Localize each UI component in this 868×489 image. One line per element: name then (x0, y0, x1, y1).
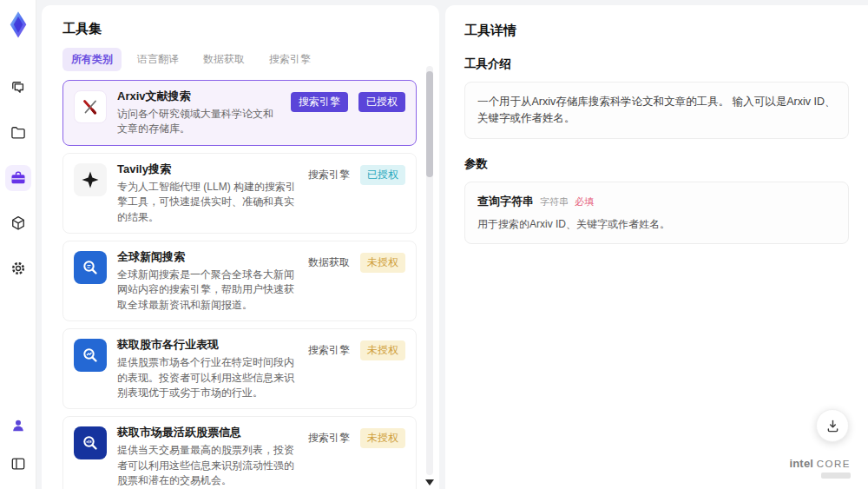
intel-core-logo: intel CORE (789, 457, 851, 479)
active-stocks-icon (74, 426, 107, 459)
tool-card[interactable]: 全球新闻搜索 全球新闻搜索是一个聚合全球各大新闻网站内容的搜索引擎，帮助用户快速… (62, 241, 417, 321)
tavily-icon (74, 163, 107, 196)
tool-badges: 搜索引擎 已授权 (308, 162, 405, 185)
download-icon (825, 418, 841, 434)
tool-card[interactable]: Arxiv文献搜索 访问各个研究领域大量科学论文和文章的存储库。 搜索引擎 已授… (62, 80, 417, 146)
tool-auth-badge: 已授权 (360, 165, 405, 185)
sidebar-nav (5, 75, 31, 281)
tool-list-panel: 工具集 所有类别语言翻译数据获取搜索引擎 Arxiv文献搜索 访问各个研究领域大… (42, 5, 439, 489)
tool-description: 全球新闻搜索是一个聚合全球各大新闻网站内容的搜索引擎，帮助用户快速获取全球最新资… (117, 268, 298, 313)
tool-main: 获取股市各行业表现 提供股票市场各个行业在特定时间段内的表现。投资者可以利用这些… (117, 337, 298, 400)
intel-core-badge (821, 472, 851, 479)
sidebar (0, 0, 36, 489)
category-tabs: 所有类别语言翻译数据获取搜索引擎 (62, 48, 417, 71)
user-icon[interactable] (5, 413, 31, 439)
tool-category-badge: 搜索引擎 (308, 168, 350, 182)
tool-main: 获取市场最活跃股票信息 提供当天交易量最高的股票列表，投资者可以利用这些信息来识… (117, 425, 298, 488)
folder-icon[interactable] (5, 120, 31, 146)
intel-core-text: intel CORE (789, 457, 851, 470)
tool-auth-badge: 未授权 (360, 253, 405, 273)
tool-category-badge: 搜索引擎 (308, 431, 350, 446)
app-window: 工具集 所有类别语言翻译数据获取搜索引擎 Arxiv文献搜索 访问各个研究领域大… (0, 0, 868, 489)
sidebar-bottom (5, 413, 31, 477)
chat-icon[interactable] (5, 75, 31, 101)
param-description: 用于搜索的Arxiv ID、关键字或作者姓名。 (477, 217, 836, 232)
tool-main: Tavily搜索 专为人工智能代理 (LLM) 构建的搜索引擎工具，可快速提供实… (117, 162, 298, 225)
category-tab[interactable]: 搜索引擎 (260, 48, 319, 71)
category-tab[interactable]: 数据获取 (194, 48, 253, 71)
tool-name: 获取股市各行业表现 (117, 337, 298, 352)
tool-description: 提供股票市场各个行业在特定时间段内的表现。投资者可以利用这些信息来识别表现优于或… (117, 355, 298, 400)
news-search-icon (74, 251, 107, 284)
tool-main: 全球新闻搜索 全球新闻搜索是一个聚合全球各大新闻网站内容的搜索引擎，帮助用户快速… (117, 249, 298, 313)
stock-sector-icon (74, 339, 107, 372)
tool-auth-badge: 未授权 (360, 428, 405, 448)
arxiv-icon (74, 90, 107, 123)
cube-icon[interactable] (5, 210, 31, 236)
panel-toggle-icon[interactable] (5, 451, 31, 477)
scrollbar-track[interactable] (426, 66, 433, 475)
gear-icon[interactable] (5, 255, 31, 281)
tool-name: Arxiv文献搜索 (117, 89, 280, 103)
tool-badges: 数据获取 未授权 (308, 249, 405, 273)
tool-description: 提供当天交易量最高的股票列表，投资者可以利用这些信息来识别流动性强的股票和潜在的… (117, 443, 298, 488)
intro-heading: 工具介绍 (464, 56, 849, 72)
tool-card[interactable]: 获取市场最活跃股票信息 提供当天交易量最高的股票列表，投资者可以利用这些信息来识… (62, 416, 417, 489)
category-tab[interactable]: 所有类别 (62, 48, 122, 71)
category-tab[interactable]: 语言翻译 (128, 48, 187, 71)
tool-detail-panel: 工具详情 工具介绍 一个用于从Arxiv存储库搜索科学论文和文章的工具。 输入可… (445, 5, 868, 489)
params-heading: 参数 (464, 156, 849, 172)
tool-category-badge: 搜索引擎 (291, 92, 348, 112)
download-button[interactable] (816, 409, 849, 442)
tool-name: 获取市场最活跃股票信息 (117, 425, 298, 439)
detail-title: 工具详情 (464, 23, 849, 39)
tool-description: 专为人工智能代理 (LLM) 构建的搜索引擎工具，可快速提供实时、准确和真实的结… (117, 180, 298, 225)
scrollbar-thumb[interactable] (426, 71, 433, 177)
param-head: 查询字符串 字符串 必填 (477, 194, 836, 209)
tool-badges: 搜索引擎 未授权 (308, 337, 405, 360)
intro-box: 一个用于从Arxiv存储库搜索科学论文和文章的工具。 输入可以是Arxiv ID… (464, 82, 849, 139)
tool-main: Arxiv文献搜索 访问各个研究领域大量科学论文和文章的存储库。 (117, 89, 280, 137)
tool-category-badge: 数据获取 (308, 255, 350, 270)
tool-list: Arxiv文献搜索 访问各个研究领域大量科学论文和文章的存储库。 搜索引擎 已授… (62, 80, 417, 489)
tool-category-badge: 搜索引擎 (308, 343, 350, 358)
app-logo (6, 10, 30, 38)
param-box: 查询字符串 字符串 必填 用于搜索的Arxiv ID、关键字或作者姓名。 (464, 182, 849, 244)
tool-description: 访问各个研究领域大量科学论文和文章的存储库。 (117, 107, 280, 137)
main-area: 工具集 所有类别语言翻译数据获取搜索引擎 Arxiv文献搜索 访问各个研究领域大… (36, 0, 868, 489)
tool-card[interactable]: 获取股市各行业表现 提供股票市场各个行业在特定时间段内的表现。投资者可以利用这些… (62, 328, 417, 409)
tool-name: Tavily搜索 (117, 162, 298, 176)
briefcase-icon[interactable] (5, 165, 31, 191)
tool-badges: 搜索引擎 已授权 (291, 89, 405, 112)
tool-name: 全球新闻搜索 (117, 249, 298, 264)
param-type: 字符串 (540, 195, 569, 208)
param-required-badge: 必填 (575, 195, 594, 208)
tool-auth-badge: 已授权 (358, 92, 405, 112)
tool-card[interactable]: Tavily搜索 专为人工智能代理 (LLM) 构建的搜索引擎工具，可快速提供实… (62, 153, 417, 234)
param-name: 查询字符串 (477, 194, 534, 209)
scroll-down-arrow[interactable] (425, 479, 434, 486)
page-title: 工具集 (62, 21, 417, 37)
tool-badges: 搜索引擎 未授权 (308, 425, 405, 448)
tool-auth-badge: 未授权 (360, 340, 405, 360)
